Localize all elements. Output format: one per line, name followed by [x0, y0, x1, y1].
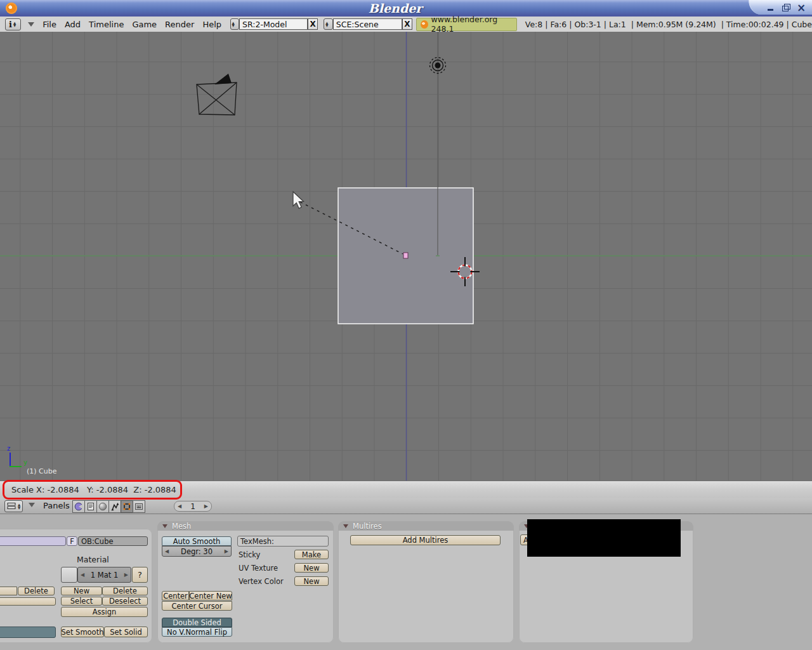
next-arrow-icon[interactable]: ▶ [124, 573, 128, 578]
uv-texture-label: UV Texture [239, 564, 278, 573]
panel-mesh-header[interactable]: Mesh [157, 521, 334, 531]
scene-context-button[interactable] [133, 500, 145, 513]
prev-arrow-icon[interactable]: ◀ [178, 504, 181, 509]
center-new-button[interactable]: Center New [189, 591, 232, 600]
object-center-point [403, 253, 408, 258]
menu-help[interactable]: Help [202, 20, 221, 29]
texmesh-field[interactable]: TexMesh: [237, 536, 329, 547]
add-multires-button[interactable]: Add Multires [350, 535, 501, 545]
prev-arrow-icon[interactable]: ◀ [81, 573, 84, 578]
prev-arrow-icon[interactable]: ◀ [165, 549, 169, 554]
close-icon[interactable]: × [797, 4, 806, 11]
stepper-icon: ▲▼ [324, 22, 329, 27]
double-sided-toggle[interactable]: Double Sided [162, 618, 232, 627]
material-color-swatch[interactable] [61, 567, 77, 583]
panel-page-stepper[interactable]: ◀ 1 ▶ [174, 501, 212, 512]
menu-timeline[interactable]: Timeline [89, 20, 124, 29]
panel-collapse-icon[interactable] [162, 524, 167, 531]
script-context-button[interactable] [84, 500, 97, 513]
no-vnormal-flip-toggle[interactable]: No V.Normal Flip [162, 627, 232, 637]
menu-collapse-icon[interactable] [29, 503, 35, 510]
material-help-button[interactable]: ? [132, 567, 148, 583]
next-arrow-icon[interactable]: ▶ [225, 549, 228, 554]
window-titlebar[interactable]: Blender × [0, 0, 812, 17]
material-slot-value: 1 Mat 1 [91, 571, 118, 580]
scene-browse-button[interactable]: ▲▼ [324, 18, 332, 30]
material-section-label: Material [77, 555, 109, 564]
object-name-field[interactable]: OB:Cube [78, 536, 148, 546]
window-controls: × [749, 0, 812, 15]
editor-type-button-info[interactable]: i ▲▼ [5, 18, 21, 30]
script-icon [86, 502, 95, 511]
lamp-object[interactable] [430, 58, 446, 74]
editor-type-button-buttons[interactable]: ▲▼ [4, 500, 23, 512]
logic-context-button[interactable] [72, 500, 85, 513]
viewport-header: Scale X: -2.0884 Y: -2.0884 Z: -2.0884 [0, 481, 812, 498]
shading-context-button[interactable] [96, 500, 109, 513]
weight-slider-partial[interactable] [0, 627, 56, 638]
scale-readout: Scale X: -2.0884 Y: -2.0884 Z: -2.0884 [11, 485, 176, 494]
screen-browse-button[interactable]: ▲▼ [230, 18, 239, 30]
menu-collapse-icon[interactable] [28, 22, 34, 30]
scene-statistics: Ve:8 | Fa:6 | Ob:3-1 | La:1 | Mem:0.95M … [525, 20, 812, 29]
mouse-cursor [293, 192, 304, 208]
blender-url-badge[interactable]: www.blender.org 248.1 [416, 18, 517, 31]
scene-name-field[interactable]: SCE:Scene [333, 18, 402, 30]
editing-context-button[interactable] [121, 500, 133, 513]
material-new-button[interactable]: New [61, 587, 102, 595]
mesh-datablock-field[interactable] [0, 536, 66, 546]
vgroup-new-button-partial[interactable] [0, 587, 17, 595]
menu-render[interactable]: Render [165, 20, 194, 29]
panel-multires-header[interactable]: Multires [338, 521, 514, 531]
vgroup-assign-button-partial[interactable] [0, 597, 56, 606]
vgroup-delete-button[interactable]: Delete [18, 587, 55, 595]
screen-delete-button[interactable]: X [308, 18, 318, 30]
axis-z-label: z [7, 445, 10, 452]
screen-name-field[interactable]: SR:2-Model [239, 18, 308, 30]
menu-file[interactable]: File [43, 20, 56, 29]
panel-link-and-materials: F OB:Cube Material ◀ 1 Mat 1 ▶ ? Delete … [0, 529, 152, 643]
scene-icon [134, 502, 143, 511]
minimize-icon[interactable] [766, 4, 775, 11]
next-arrow-icon[interactable]: ▶ [204, 504, 208, 509]
fake-user-button[interactable]: F [67, 536, 77, 546]
degr-value: Degr: 30 [181, 547, 213, 556]
material-slot-selector[interactable]: ◀ 1 Mat 1 ▶ [77, 567, 131, 583]
scene-delete-button[interactable]: X [402, 18, 412, 30]
viewport-3d[interactable]: z y (1) Cube [0, 32, 812, 481]
panel-title: Mesh [172, 522, 191, 531]
menu-add[interactable]: Add [65, 20, 81, 29]
main-menubar: i ▲▼ File Add Timeline Game Render Help … [0, 17, 812, 33]
panels-label: Panels [43, 501, 70, 510]
object-icon [110, 502, 119, 511]
panel-title: Multires [353, 522, 382, 531]
context-buttons [72, 500, 145, 513]
material-select-button[interactable]: Select [61, 597, 102, 606]
view-axis-gizmo: z y [7, 445, 27, 467]
menu-game[interactable]: Game [132, 20, 157, 29]
degr-number-field[interactable]: ◀ Degr: 30 ▶ [162, 546, 232, 557]
object-context-button[interactable] [108, 500, 121, 513]
sticky-make-button[interactable]: Make [294, 550, 329, 559]
center-cursor-button[interactable]: Center Cursor [162, 601, 232, 611]
auto-smooth-toggle[interactable]: Auto Smooth [162, 536, 232, 546]
center-button[interactable]: Center [162, 591, 189, 600]
set-smooth-button[interactable]: Set Smooth [61, 627, 104, 637]
blender-logo-icon [421, 20, 428, 29]
vertex-color-new-button[interactable]: New [294, 576, 329, 586]
stepper-icon: ▲▼ [12, 22, 17, 27]
set-solid-button[interactable]: Set Solid [104, 627, 148, 637]
material-assign-button[interactable]: Assign [61, 607, 148, 617]
uv-texture-new-button[interactable]: New [294, 563, 329, 573]
material-delete-button[interactable]: Delete [102, 587, 148, 595]
material-deselect-button[interactable]: Deselect [102, 597, 148, 606]
panel-multires: Multires Add Multires [338, 521, 514, 643]
stepper-icon: ▲▼ [16, 503, 22, 509]
stepper-icon: ▲▼ [231, 22, 236, 27]
camera-up-indicator [214, 74, 232, 84]
restore-icon[interactable] [782, 4, 790, 11]
buttons-window-header: ▲▼ Panels [0, 498, 812, 514]
panel-collapse-icon[interactable] [343, 524, 348, 531]
page-value: 1 [190, 502, 195, 511]
camera-object[interactable] [197, 74, 237, 115]
